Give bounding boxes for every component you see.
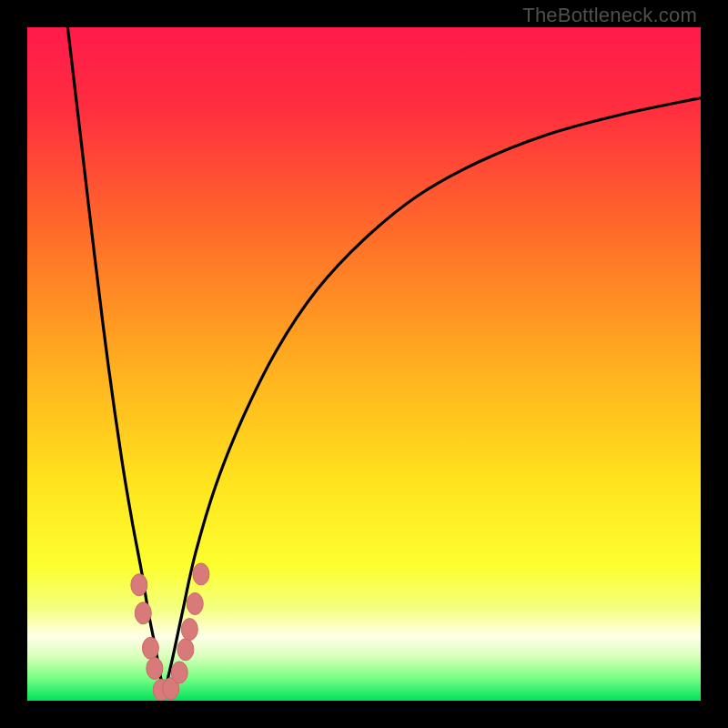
data-marker	[181, 619, 197, 641]
data-marker	[193, 563, 209, 585]
marker-group	[131, 563, 209, 701]
data-marker	[171, 662, 187, 683]
data-marker	[177, 639, 194, 661]
data-marker	[142, 637, 158, 659]
data-marker	[135, 602, 151, 624]
data-marker	[147, 657, 163, 679]
plot-area	[27, 27, 701, 701]
curve-layer	[27, 27, 701, 701]
right-branch-curve	[164, 98, 701, 694]
watermark-text: TheBottleneck.com	[522, 4, 697, 27]
data-marker	[187, 592, 203, 614]
left-branch-curve	[67, 27, 164, 694]
chart-frame: TheBottleneck.com	[0, 0, 728, 728]
data-marker	[131, 574, 147, 596]
